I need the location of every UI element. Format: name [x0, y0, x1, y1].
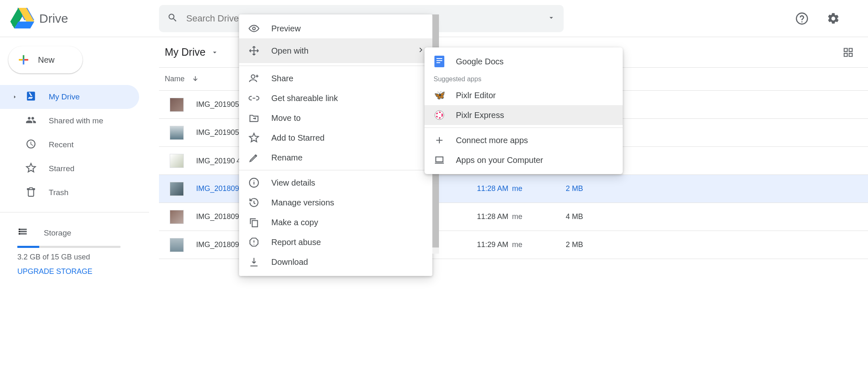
file-modified: 11:29 AM me: [477, 240, 566, 249]
file-thumbnail: [170, 154, 184, 168]
report-icon: [248, 237, 260, 247]
history-icon: [248, 197, 260, 208]
menu-item-label: View details: [271, 178, 315, 188]
svg-rect-13: [436, 60, 442, 61]
menu-item-label: Open with: [271, 46, 308, 56]
arrow-down-icon: [191, 75, 199, 83]
settings-button[interactable]: [823, 9, 843, 28]
suggested-apps-heading: Suggested apps: [425, 71, 623, 85]
submenu-item-google-docs[interactable]: Google Docs: [425, 52, 623, 71]
upgrade-storage-link[interactable]: UPGRADE STORAGE: [17, 267, 159, 276]
people-icon: [26, 115, 36, 127]
pencil-icon: [248, 152, 260, 163]
menu-item-download[interactable]: Download: [239, 252, 432, 272]
copy-icon: [248, 217, 260, 228]
menu-item-move-to[interactable]: Move to: [239, 108, 432, 128]
download-icon: [248, 257, 260, 267]
menu-item-label: Download: [271, 257, 308, 267]
file-thumbnail: [170, 210, 184, 224]
help-button[interactable]: [792, 9, 812, 28]
sidebar-item-shared[interactable]: Shared with me: [0, 109, 139, 133]
submenu-item-pixlr-express[interactable]: Pixlr Express: [425, 105, 623, 125]
breadcrumb[interactable]: My Drive: [165, 46, 219, 58]
submenu-item-connect-more-apps[interactable]: Connect more apps: [425, 130, 623, 150]
file-modified: 11:28 AM me: [477, 212, 566, 221]
menu-item-label: Manage versions: [271, 198, 334, 207]
laptop-icon: [434, 155, 445, 165]
grid-view-button[interactable]: [840, 44, 856, 61]
context-menu: PreviewOpen withShareGet shareable linkM…: [239, 14, 432, 276]
nav-list: My Drive Shared with me Recent: [0, 82, 159, 208]
new-button[interactable]: New: [8, 46, 83, 73]
menu-item-label: Add to Starred: [271, 133, 325, 143]
nav-label: My Drive: [49, 92, 80, 101]
storage-progress: [17, 246, 121, 248]
menu-item-get-shareable-link[interactable]: Get shareable link: [239, 88, 432, 108]
eye-icon: [248, 23, 260, 34]
menu-item-preview[interactable]: Preview: [239, 19, 432, 38]
file-thumbnail: [170, 238, 184, 252]
header-actions: [792, 9, 860, 28]
pixlr-round-icon: [434, 110, 445, 120]
new-button-label: New: [38, 55, 55, 65]
menu-item-share[interactable]: Share: [239, 68, 432, 88]
storage-section: Storage 3.2 GB of 15 GB used UPGRADE STO…: [0, 217, 159, 276]
menu-item-manage-versions[interactable]: Manage versions: [239, 193, 432, 212]
sidebar-item-trash[interactable]: Trash: [0, 181, 139, 205]
search-dropdown-icon[interactable]: [547, 14, 555, 23]
menu-item-make-a-copy[interactable]: Make a copy: [239, 212, 432, 232]
docs-icon: [434, 56, 445, 67]
menu-item-report-abuse[interactable]: Report abuse: [239, 232, 432, 252]
menu-item-label: Report abuse: [271, 238, 321, 247]
butterfly-icon: 🦋: [434, 90, 445, 101]
file-size: 2 MB: [566, 184, 624, 193]
menu-item-rename[interactable]: Rename: [239, 148, 432, 167]
menu-item-add-to-starred[interactable]: Add to Starred: [239, 128, 432, 148]
person-add-icon: [248, 73, 260, 84]
chevron-down-icon: [211, 48, 219, 57]
storage-usage-text: 3.2 GB of 15 GB used: [17, 253, 159, 262]
submenu-item-pixlr-editor[interactable]: 🦋Pixlr Editor: [425, 85, 623, 105]
file-modified: 11:28 AM me: [477, 184, 566, 193]
drive-icon: [26, 91, 36, 104]
menu-item-open-with[interactable]: Open with: [239, 38, 432, 63]
svg-point-8: [251, 75, 255, 78]
drive-logo[interactable]: Drive: [10, 7, 159, 31]
menu-item-label: Make a copy: [271, 218, 318, 227]
folder-move-icon: [248, 113, 260, 123]
svg-rect-11: [434, 56, 444, 67]
menu-item-label: Rename: [271, 153, 303, 163]
chevron-right-icon: [417, 46, 425, 56]
breadcrumb-label: My Drive: [165, 46, 206, 58]
svg-rect-5: [19, 231, 20, 232]
expand-caret-icon[interactable]: [12, 94, 17, 100]
svg-rect-12: [436, 58, 442, 59]
sidebar-item-my-drive[interactable]: My Drive: [0, 85, 139, 109]
menu-item-label: Share: [271, 74, 293, 83]
storage-label: Storage: [44, 229, 71, 238]
sidebar-item-storage[interactable]: Storage: [17, 226, 159, 239]
menu-item-label: Get shareable link: [271, 94, 338, 103]
menu-item-label: Preview: [271, 24, 301, 33]
nav-label: Trash: [49, 188, 69, 197]
svg-rect-6: [19, 233, 20, 234]
menu-item-view-details[interactable]: View details: [239, 173, 432, 193]
plus-icon: [434, 135, 445, 146]
file-thumbnail: [170, 126, 184, 140]
file-thumbnail: [170, 98, 184, 112]
sidebar-item-recent[interactable]: Recent: [0, 133, 139, 157]
app-title: Drive: [39, 12, 68, 26]
svg-rect-10: [252, 221, 258, 227]
file-thumbnail: [170, 182, 184, 196]
nav-label: Starred: [49, 164, 74, 173]
move-arrows-icon: [248, 45, 260, 56]
link-icon: [248, 93, 260, 104]
sidebar-item-starred[interactable]: Starred: [0, 157, 139, 181]
submenu-item-apps-on-your-computer[interactable]: Apps on your Computer: [425, 150, 623, 170]
svg-rect-14: [436, 62, 440, 63]
nav-label: Shared with me: [49, 116, 103, 125]
star-icon: [26, 163, 36, 175]
open-with-submenu: Google DocsSuggested apps🦋Pixlr EditorPi…: [425, 47, 623, 174]
clock-icon: [26, 139, 36, 151]
nav-label: Recent: [49, 140, 74, 149]
